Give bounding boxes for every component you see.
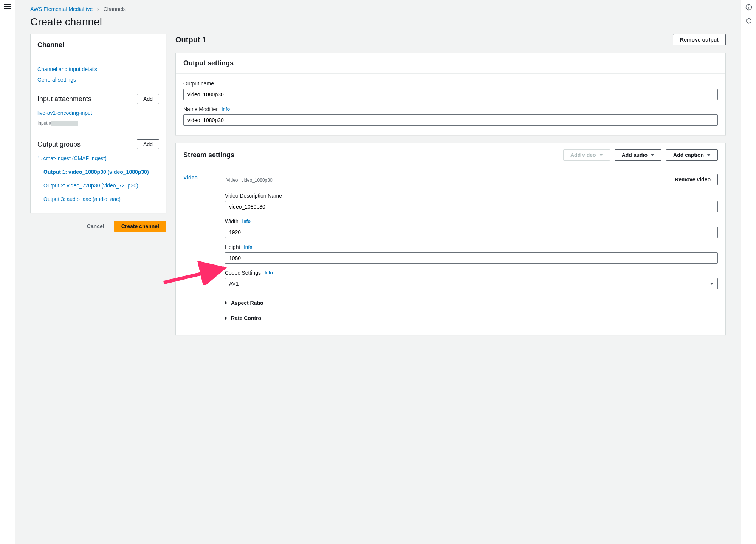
width-input[interactable] [225,227,718,238]
output-settings-heading: Output settings [183,59,234,67]
input-number: Input #0000 [37,120,159,126]
main-content: AWS Elemental MediaLive › Channels Creat… [15,0,741,544]
codec-select[interactable]: AV1 [225,278,718,289]
width-label: Width [225,218,239,224]
output-title: Output 1 [175,36,206,44]
stream-tab-video[interactable]: Video [183,175,198,181]
caret-right-icon [225,316,227,320]
output-item-2[interactable]: Output 2: video_720p30 (video_720p30) [43,179,159,192]
cancel-button[interactable]: Cancel [81,221,110,232]
stream-side-tabs: Video [183,174,225,326]
footer-actions: Cancel Create channel [30,221,166,232]
sidebar-column: Channel Channel and input details Genera… [30,34,166,232]
remove-video-button[interactable]: Remove video [668,174,718,185]
output-group-item[interactable]: 1. cmaf-ingest (CMAF Ingest) [37,151,159,165]
channel-heading: Channel [37,41,159,49]
input-attachment-item[interactable]: live-av1-encoding-input [37,106,159,120]
right-tool-rail [741,0,756,544]
caret-down-icon [651,154,654,156]
left-collapse-rail [0,0,15,544]
hexagon-icon[interactable] [745,17,752,24]
breadcrumb-service-link[interactable]: AWS Elemental MediaLive [30,6,93,12]
aspect-ratio-expander[interactable]: Aspect Ratio [225,295,718,311]
rate-control-expander[interactable]: Rate Control [225,311,718,326]
hamburger-icon[interactable] [4,3,11,10]
height-input[interactable] [225,252,718,264]
caret-right-icon [225,301,227,305]
video-desc-input[interactable] [225,201,718,212]
nav-general-settings[interactable]: General settings [37,77,159,87]
chevron-right-icon: › [97,6,99,12]
output-groups-heading: Output groups [37,141,81,148]
video-desc-label: Video Description Name [225,193,282,199]
info-link[interactable]: Info [222,107,230,112]
height-label: Height [225,244,240,250]
codec-selected-value: AV1 [229,281,239,287]
caret-down-icon [710,283,714,285]
caret-down-icon [599,154,603,156]
add-video-button[interactable]: Add video [563,149,610,161]
video-sub-badge: video_1080p30 [242,178,273,183]
add-output-group-button[interactable]: Add [137,139,159,149]
video-subtitle: Video video_1080p30 [225,176,273,184]
breadcrumb-current: Channels [104,6,126,12]
content-column: Output 1 Remove output Output settings O… [175,34,726,335]
svg-marker-3 [747,18,751,23]
channel-panel: Channel Channel and input details Genera… [30,34,166,213]
info-link[interactable]: Info [244,244,252,250]
remove-output-button[interactable]: Remove output [673,34,726,45]
output-settings-card: Output settings Output name Name Modifie… [175,53,726,135]
output-item-1[interactable]: Output 1: video_1080p30 (video_1080p30) [43,165,159,179]
add-input-button[interactable]: Add [137,94,159,104]
output-item-3[interactable]: Output 3: audio_aac (audio_aac) [43,192,159,206]
caret-down-icon [707,154,711,156]
stream-settings-card: Stream settings Add video Add audio Add … [175,143,726,335]
codec-label: Codec Settings [225,270,261,276]
info-link[interactable]: Info [265,270,273,275]
breadcrumb: AWS Elemental MediaLive › Channels [30,6,726,12]
channel-panel-header: Channel [31,34,166,56]
name-modifier-input[interactable] [183,114,718,126]
add-audio-button[interactable]: Add audio [615,149,662,161]
output-list: Output 1: video_1080p30 (video_1080p30) … [37,165,159,206]
name-modifier-label: Name Modifier [183,106,218,112]
output-name-input[interactable] [183,89,718,100]
input-attachments-heading: Input attachments [37,95,91,103]
nav-channel-input-details[interactable]: Channel and input details [37,63,159,77]
create-channel-button[interactable]: Create channel [114,221,166,232]
info-icon[interactable] [745,4,752,11]
add-caption-button[interactable]: Add caption [666,149,718,161]
info-link[interactable]: Info [242,219,251,224]
output-name-label: Output name [183,80,214,87]
svg-point-2 [748,6,749,6]
stream-settings-heading: Stream settings [183,151,234,159]
page-title: Create channel [30,16,726,28]
